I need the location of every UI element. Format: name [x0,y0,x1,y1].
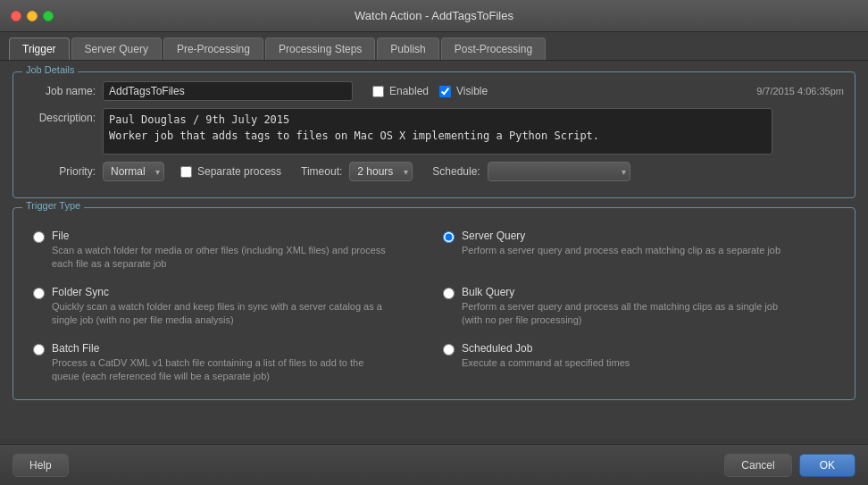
description-input[interactable]: Paul Douglas / 9th July 2015 Worker job … [103,108,772,155]
trigger-file-radio[interactable] [33,231,45,243]
schedule-wrapper [488,162,630,181]
trigger-server-query-radio[interactable] [443,231,455,243]
enabled-group: Enabled [372,85,429,97]
trigger-scheduled-job-title: Scheduled Job [462,342,630,355]
trigger-bulk-query-radio[interactable] [443,288,455,299]
priority-select[interactable]: Low Normal High [103,162,164,181]
schedule-select[interactable] [488,162,630,181]
trigger-scheduled-job-desc: Execute a command at specified times [462,356,630,370]
trigger-folder-sync-desc: Quickly scan a watch folder and keep fil… [52,300,391,328]
job-name-input[interactable] [103,81,353,101]
trigger-grid: File Scan a watch folder for media or ot… [24,222,844,390]
maximize-button[interactable] [43,11,54,21]
separate-process-group: Separate process [180,165,281,178]
separate-process-checkbox[interactable] [180,166,192,178]
trigger-bulk-query-title: Bulk Query [462,286,801,298]
visible-group: Visible [439,85,488,97]
visible-label: Visible [456,85,488,97]
ok-button[interactable]: OK [799,454,855,477]
trigger-scheduled-job[interactable]: Scheduled Job Execute a command at speci… [434,335,844,391]
trigger-scheduled-job-radio[interactable] [443,344,455,355]
main-content: Job Details Job name: Enabled Visible 9/… [0,61,868,439]
job-details-label: Job Details [22,64,78,75]
window-title: Watch Action - AddTagsToFiles [355,9,513,22]
trigger-folder-sync[interactable]: Folder Sync Quickly scan a watch folder … [24,279,434,335]
trigger-type-section: Trigger Type File Scan a watch folder fo… [13,207,855,400]
tab-post-processing[interactable]: Post-Processing [441,38,546,60]
visible-checkbox[interactable] [439,86,451,97]
trigger-bulk-query-desc: Perform a server query and process all t… [462,300,801,328]
help-button[interactable]: Help [13,454,69,477]
description-row: Description: Paul Douglas / 9th July 201… [24,108,844,155]
tab-server-query[interactable]: Server Query [71,38,162,60]
priority-row: Priority: Low Normal High Separate proce… [24,162,844,181]
trigger-server-query-desc: Perform a server query and process each … [462,244,780,257]
separate-process-label: Separate process [197,165,281,178]
timeout-wrapper: 1 hour 2 hours 4 hours 8 hours Never [349,162,413,181]
bottom-bar: Help Cancel OK [0,444,868,485]
tab-pre-processing[interactable]: Pre-Processing [163,38,263,60]
trigger-batch-file[interactable]: Batch File Process a CatDV XML v1 batch … [24,335,434,391]
timeout-select[interactable]: 1 hour 2 hours 4 hours 8 hours Never [349,162,413,181]
tab-processing-steps[interactable]: Processing Steps [265,38,375,60]
title-bar: Watch Action - AddTagsToFiles [0,0,868,32]
schedule-label: Schedule: [432,165,480,178]
job-details-section: Job Details Job name: Enabled Visible 9/… [13,71,855,198]
trigger-batch-file-title: Batch File [52,342,391,355]
trigger-file-desc: Scan a watch folder for media or other f… [52,244,391,272]
close-button[interactable] [11,11,21,21]
timeout-label: Timeout: [301,165,342,178]
priority-label: Priority: [24,165,96,178]
trigger-batch-file-desc: Process a CatDV XML v1 batch file contai… [52,356,391,384]
trigger-file-title: File [52,230,391,242]
header-right: Enabled Visible 9/7/2015 4:06:35pm [372,85,844,97]
tab-trigger[interactable]: Trigger [9,38,70,60]
job-name-row: Job name: Enabled Visible 9/7/2015 4:06:… [24,81,844,101]
tab-publish[interactable]: Publish [377,38,438,60]
cancel-button[interactable]: Cancel [724,454,791,477]
trigger-folder-sync-radio[interactable] [33,288,45,299]
trigger-batch-file-radio[interactable] [33,344,45,355]
minimize-button[interactable] [27,11,38,21]
trigger-folder-sync-title: Folder Sync [52,286,391,298]
timestamp: 9/7/2015 4:06:35pm [756,86,844,96]
trigger-bulk-query[interactable]: Bulk Query Perform a server query and pr… [434,279,844,335]
job-name-label: Job name: [24,85,96,97]
trigger-file[interactable]: File Scan a watch folder for media or ot… [24,222,434,279]
trigger-server-query-title: Server Query [462,230,780,242]
priority-wrapper: Low Normal High [103,162,164,181]
traffic-lights [11,11,54,21]
description-label: Description: [24,112,96,124]
enabled-label: Enabled [389,85,429,97]
enabled-checkbox[interactable] [372,86,384,97]
trigger-server-query[interactable]: Server Query Perform a server query and … [434,222,844,279]
trigger-type-label: Trigger Type [22,200,84,211]
tab-bar: Trigger Server Query Pre-Processing Proc… [0,32,868,61]
